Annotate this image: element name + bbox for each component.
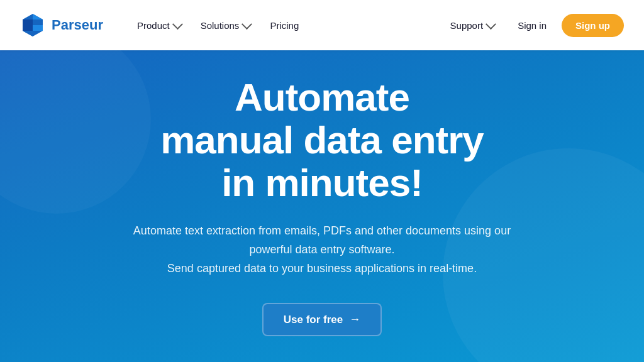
logo-link[interactable]: Parseur	[20, 13, 103, 38]
nav-item-product[interactable]: Product	[128, 15, 189, 36]
nav-item-solutions[interactable]: Solutions	[192, 15, 259, 36]
svg-marker-3	[33, 19, 43, 25]
hero-subtitle-line1: Automate text extraction from emails, PD…	[133, 224, 511, 237]
hero-subtitle-line3: Send captured data to your business appl…	[167, 262, 477, 275]
cta-label: Use for free	[284, 314, 343, 326]
product-chevron-icon	[172, 19, 183, 30]
pricing-label: Pricing	[270, 20, 299, 31]
support-chevron-icon	[486, 19, 496, 30]
support-label: Support	[450, 20, 484, 31]
solutions-label: Solutions	[201, 20, 240, 31]
product-label: Product	[137, 20, 170, 31]
svg-marker-6	[23, 31, 33, 36]
solutions-chevron-icon	[242, 19, 252, 30]
signup-button[interactable]: Sign up	[562, 14, 624, 37]
hero-title-line2: manual data entry	[160, 118, 484, 162]
hero-title: Automate manual data entry in minutes!	[160, 76, 484, 205]
signin-button[interactable]: Sign in	[508, 15, 557, 36]
nav-links: Product Solutions Pricing	[128, 15, 441, 36]
svg-marker-5	[23, 25, 33, 31]
hero-section: Automate manual data entry in minutes! A…	[0, 50, 644, 362]
hero-subtitle-line2: powerful data entry software.	[249, 243, 394, 256]
svg-marker-4	[33, 25, 43, 31]
cta-button[interactable]: Use for free →	[262, 303, 382, 336]
hero-title-line3: in minutes!	[221, 161, 423, 204]
navbar: Parseur Product Solutions Pricing Suppor…	[0, 0, 644, 50]
hero-title-line1: Automate	[235, 75, 409, 119]
logo-text: Parseur	[52, 17, 103, 33]
nav-item-support[interactable]: Support	[441, 15, 503, 36]
svg-marker-2	[23, 19, 33, 25]
parseur-logo-icon	[20, 13, 45, 38]
nav-right: Support Sign in Sign up	[441, 14, 624, 37]
nav-item-pricing[interactable]: Pricing	[261, 15, 308, 36]
cta-arrow-icon: →	[349, 313, 360, 326]
hero-subtitle: Automate text extraction from emails, PD…	[133, 222, 511, 278]
